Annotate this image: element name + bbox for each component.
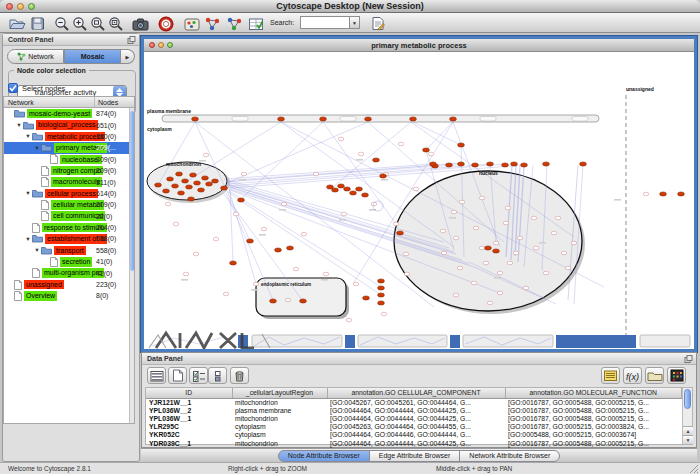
- life-ring-icon[interactable]: [156, 15, 176, 32]
- network-node[interactable]: [479, 246, 485, 250]
- network-node[interactable]: [381, 312, 387, 316]
- table-cell[interactable]: [GO:0044464, GO:0044444, GO:0044425, G..…: [327, 440, 505, 448]
- expand-arrow-icon[interactable]: ▼: [24, 190, 32, 196]
- table-row[interactable]: YDR039C__1mitochondrion[GO:0044464, GO:0…: [146, 440, 682, 448]
- expand-arrow-icon[interactable]: ▼: [33, 145, 41, 151]
- network-node[interactable]: [471, 281, 477, 285]
- network-node[interactable]: [561, 251, 567, 255]
- function-fx-icon[interactable]: f(x): [623, 367, 642, 384]
- network-node-selected[interactable]: [458, 162, 465, 166]
- tree-row[interactable]: response to stimulu264(0): [4, 222, 129, 233]
- float-panel-icon[interactable]: [127, 36, 136, 49]
- network-node[interactable]: [403, 252, 409, 256]
- network-node-selected[interactable]: [458, 143, 465, 147]
- table-cell[interactable]: YLR295C: [146, 423, 232, 431]
- network-node[interactable]: [513, 251, 519, 255]
- tree-row[interactable]: nitrogen compo209(0): [4, 165, 129, 176]
- network-node[interactable]: [487, 301, 493, 305]
- network-node-selected[interactable]: [238, 198, 245, 202]
- table-cell[interactable]: [GO:0016787, GO:0005488, GO:0005215, G..…: [505, 398, 682, 407]
- new-document-icon[interactable]: [168, 367, 187, 384]
- network-node[interactable]: [341, 212, 347, 216]
- network-node[interactable]: [173, 222, 179, 226]
- document-annotation-icon[interactable]: [368, 15, 388, 32]
- chevron-down-icon[interactable]: ▼: [349, 16, 360, 29]
- network-node[interactable]: [459, 200, 465, 204]
- network-node-selected[interactable]: [365, 117, 372, 121]
- tree-row[interactable]: cellular metabol209(0): [4, 199, 129, 210]
- network-node[interactable]: [223, 292, 229, 296]
- network-node-selected[interactable]: [660, 192, 667, 196]
- tree-row[interactable]: multi-organism pro42(0): [4, 267, 129, 278]
- tree-scrollbar[interactable]: [129, 108, 134, 423]
- minimize-window-button[interactable]: [17, 3, 24, 10]
- network-node-selected[interactable]: [521, 163, 528, 167]
- network-node[interactable]: [428, 152, 434, 156]
- trash-can-icon[interactable]: [230, 367, 249, 384]
- network-node-selected[interactable]: [320, 117, 327, 121]
- camera-icon[interactable]: [130, 15, 150, 32]
- nucleus-region[interactable]: [394, 171, 582, 311]
- table-cell[interactable]: YJR121W__1: [146, 398, 232, 407]
- network-node[interactable]: [555, 216, 561, 220]
- table-cell[interactable]: [GO:0016787, GO:0005488, GO:0005215, G..…: [505, 440, 682, 448]
- tree-row[interactable]: Overview8(0): [4, 290, 129, 301]
- network-node[interactable]: [233, 212, 239, 216]
- network-node-selected[interactable]: [356, 187, 363, 191]
- network-node-selected[interactable]: [338, 184, 345, 188]
- network-node-selected[interactable]: [275, 248, 282, 252]
- network-edge[interactable]: [224, 164, 433, 179]
- network-node[interactable]: [281, 202, 287, 206]
- network-node-selected[interactable]: [194, 181, 201, 185]
- network-node-selected[interactable]: [186, 185, 193, 189]
- table-cell[interactable]: [GO:0016787, GO:0005488, GO:0005215, G..…: [505, 415, 682, 423]
- network-node[interactable]: [338, 137, 344, 141]
- network-node[interactable]: [543, 271, 549, 275]
- zoom-fit-icon[interactable]: [106, 15, 126, 32]
- tree-row[interactable]: ▼establishment of lo558(0): [4, 233, 129, 244]
- network-node[interactable]: [285, 298, 291, 302]
- table-scrollbar-thumb[interactable]: [684, 389, 691, 409]
- network-node[interactable]: [183, 272, 189, 276]
- close-window-button[interactable]: [6, 3, 13, 10]
- tree-row[interactable]: ▼cellular process614(0): [4, 188, 129, 199]
- tree-row[interactable]: macromolecule311(0): [4, 176, 129, 187]
- network-node[interactable]: [293, 267, 299, 271]
- network-node-selected[interactable]: [487, 162, 494, 166]
- network-node-selected[interactable]: [362, 193, 369, 197]
- table-cell[interactable]: [GO:0044464, GO:0044446, GO:0044444, G..…: [327, 431, 505, 439]
- network-node-selected[interactable]: [230, 261, 237, 265]
- tree-row[interactable]: mosaic-demo-yeast874(0): [4, 108, 129, 119]
- network-node-selected[interactable]: [176, 172, 183, 176]
- network-node-selected[interactable]: [485, 246, 492, 250]
- network-edge[interactable]: [229, 189, 256, 284]
- zoom-window-button[interactable]: [28, 3, 35, 10]
- network-node-selected[interactable]: [278, 117, 285, 121]
- network-node-selected[interactable]: [380, 174, 387, 178]
- scroll-up-icon[interactable]: ▲: [683, 426, 693, 435]
- network-node-selected[interactable]: [300, 299, 307, 303]
- network-node-selected[interactable]: [378, 286, 385, 290]
- network-node[interactable]: [643, 192, 649, 196]
- network-node-selected[interactable]: [373, 158, 380, 162]
- network-node-selected[interactable]: [423, 148, 430, 152]
- tab-overflow-arrow[interactable]: ▶: [121, 49, 135, 64]
- network-node[interactable]: [505, 206, 511, 210]
- network-node[interactable]: [497, 291, 503, 295]
- network-node-selected[interactable]: [502, 163, 509, 167]
- network-node[interactable]: [353, 282, 359, 286]
- network-node-selected[interactable]: [472, 163, 479, 167]
- close-window-button[interactable]: [149, 42, 155, 48]
- network-node-selected[interactable]: [178, 191, 185, 195]
- network-node-selected[interactable]: [167, 177, 174, 181]
- network-node[interactable]: [457, 266, 463, 270]
- resize-grip-icon[interactable]: [689, 464, 699, 474]
- table-stripes-icon[interactable]: [147, 367, 166, 384]
- scroll-down-icon[interactable]: ▼: [683, 435, 693, 444]
- table-row[interactable]: YKR052Ccytoplasm[GO:0044464, GO:0044446,…: [146, 431, 682, 439]
- table-cell[interactable]: [GO:0044464, GO:0044444, GO:0044425, G..…: [327, 407, 505, 415]
- tree-header-network[interactable]: Network: [4, 97, 94, 107]
- tree-row[interactable]: cell communicat22(0): [4, 211, 129, 222]
- network-node[interactable]: [523, 286, 529, 290]
- network-node[interactable]: [261, 227, 267, 231]
